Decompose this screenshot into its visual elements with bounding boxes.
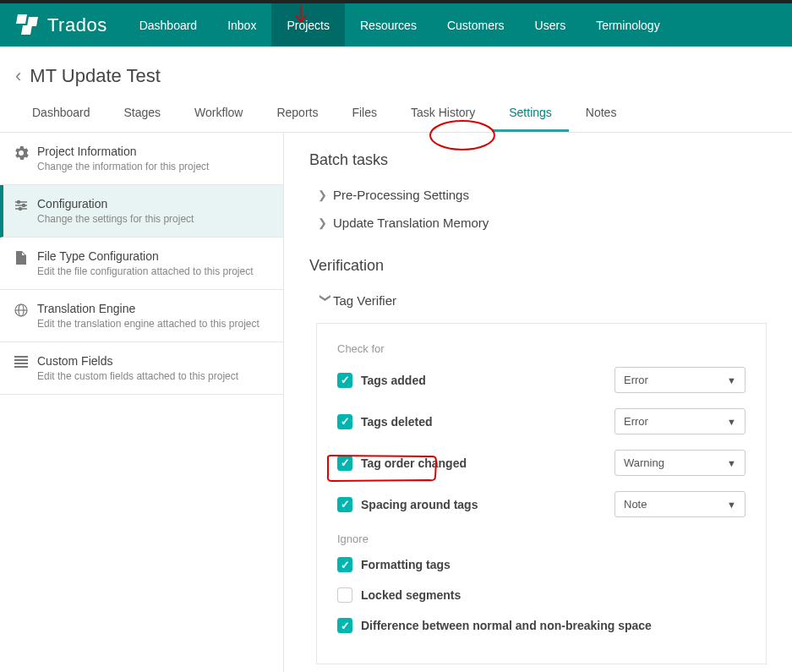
- check-row-formatting-tags: Formatting tags: [337, 557, 746, 572]
- check-row-tag-order-changed: Tag order changedWarning▼: [337, 450, 746, 476]
- checkbox[interactable]: [337, 557, 352, 572]
- sidebar-item-desc: Edit the file configuration attached to …: [37, 265, 254, 277]
- tab-workflow[interactable]: Workflow: [178, 96, 259, 132]
- svg-rect-12: [14, 359, 28, 361]
- list-icon: [12, 354, 30, 382]
- check-row-tags-added: Tags addedError▼: [337, 367, 746, 393]
- brand-logo: Trados: [0, 14, 124, 36]
- nav-terminology[interactable]: Terminology: [581, 3, 675, 46]
- sidebar-item-desc: Edit the translation engine attached to …: [37, 318, 259, 330]
- sidebar-item-configuration[interactable]: ConfigurationChange the settings for thi…: [0, 185, 283, 238]
- tab-settings[interactable]: Settings: [492, 96, 569, 132]
- caret-down-icon: ▼: [727, 458, 736, 468]
- svg-rect-13: [14, 363, 28, 364]
- sidebar-item-title: Translation Engine: [37, 302, 259, 315]
- check-row-difference-between-normal-and-non-breaking-space: Difference between normal and non-breaki…: [337, 618, 746, 633]
- severity-select[interactable]: Warning▼: [614, 450, 746, 476]
- severity-select[interactable]: Error▼: [614, 367, 746, 393]
- caret-down-icon: ▼: [727, 375, 736, 385]
- caret-down-icon: ▼: [727, 500, 736, 510]
- sidebar-item-title: File Type Configuration: [37, 249, 254, 263]
- chevron-down-icon: ❯: [320, 293, 332, 309]
- main-nav: DashboardInboxProjectsResourcesCustomers…: [124, 3, 675, 46]
- checkbox[interactable]: [337, 497, 352, 512]
- tag-verifier-panel: Check for Tags addedError▼Tags deletedEr…: [316, 323, 767, 664]
- verification-heading: Verification: [309, 257, 767, 275]
- check-for-label: Check for: [337, 342, 746, 355]
- checkbox-label: Tags deleted: [361, 415, 433, 429]
- checkbox[interactable]: [337, 587, 352, 603]
- tab-reports[interactable]: Reports: [259, 96, 335, 132]
- checkbox-label: Tags added: [361, 374, 426, 387]
- checkbox-label: Tag order changed: [361, 456, 467, 470]
- expander-tag-verifier[interactable]: ❯Tag Verifier: [309, 287, 767, 314]
- back-button[interactable]: ‹: [15, 65, 21, 87]
- sidebar-item-title: Project Information: [37, 145, 209, 158]
- globe-icon: [12, 302, 30, 330]
- nav-resources[interactable]: Resources: [345, 3, 432, 46]
- brand-icon: [17, 14, 39, 36]
- brand-name: Trados: [47, 14, 107, 36]
- svg-point-7: [19, 208, 22, 210]
- tab-dashboard[interactable]: Dashboard: [15, 96, 107, 132]
- sidebar-item-title: Custom Fields: [37, 354, 238, 368]
- caret-down-icon: ▼: [727, 417, 736, 427]
- nav-customers[interactable]: Customers: [432, 3, 520, 46]
- tab-notes[interactable]: Notes: [569, 96, 634, 132]
- sidebar-item-file-type-configuration[interactable]: File Type ConfigurationEdit the file con…: [0, 238, 283, 290]
- settings-main: Batch tasks ❯Pre-Processing Settings❯Upd…: [284, 133, 792, 672]
- nav-inbox[interactable]: Inbox: [212, 3, 271, 46]
- checkbox-label: Difference between normal and non-breaki…: [361, 619, 652, 632]
- tab-stages[interactable]: Stages: [107, 96, 178, 132]
- settings-sidebar: Project InformationChange the informatio…: [0, 133, 284, 672]
- tab-task-history[interactable]: Task History: [394, 96, 492, 132]
- chevron-right-icon: ❯: [318, 216, 333, 229]
- sidebar-item-desc: Change the information for this project: [37, 161, 209, 172]
- expander-pre-processing-settings[interactable]: ❯Pre-Processing Settings: [309, 181, 767, 209]
- sliders-icon: [12, 197, 30, 225]
- nav-dashboard[interactable]: Dashboard: [124, 3, 213, 46]
- check-row-tags-deleted: Tags deletedError▼: [337, 408, 746, 434]
- checkbox[interactable]: [337, 414, 352, 429]
- sidebar-item-title: Configuration: [37, 197, 194, 210]
- sidebar-item-project-information[interactable]: Project InformationChange the informatio…: [0, 133, 283, 185]
- checkbox-label: Formatting tags: [361, 558, 451, 571]
- sidebar-item-translation-engine[interactable]: Translation EngineEdit the translation e…: [0, 290, 283, 342]
- ignore-label: Ignore: [337, 533, 746, 545]
- file-icon: [12, 249, 30, 277]
- batch-tasks-heading: Batch tasks: [309, 151, 767, 169]
- sidebar-item-desc: Edit the custom fields attached to this …: [37, 370, 238, 382]
- svg-point-6: [23, 205, 25, 207]
- checkbox[interactable]: [337, 373, 352, 388]
- tab-files[interactable]: Files: [335, 96, 394, 132]
- checkbox[interactable]: [337, 618, 352, 633]
- checkbox-label: Locked segments: [361, 588, 461, 602]
- svg-rect-11: [14, 356, 28, 358]
- sidebar-item-custom-fields[interactable]: Custom FieldsEdit the custom fields atta…: [0, 342, 283, 395]
- expander-update-translation-memory[interactable]: ❯Update Translation Memory: [309, 209, 767, 237]
- severity-select[interactable]: Note▼: [614, 491, 746, 517]
- chevron-right-icon: ❯: [318, 188, 333, 201]
- gear-icon: [12, 145, 30, 172]
- nav-users[interactable]: Users: [520, 3, 582, 46]
- project-tabs: DashboardStagesWorkflowReportsFilesTask …: [0, 96, 792, 133]
- sidebar-item-desc: Change the settings for this project: [37, 213, 194, 225]
- svg-rect-14: [14, 366, 28, 368]
- svg-point-5: [18, 201, 20, 204]
- check-row-spacing-around-tags: Spacing around tagsNote▼: [337, 491, 746, 517]
- checkbox-label: Spacing around tags: [361, 498, 478, 511]
- severity-select[interactable]: Error▼: [614, 408, 746, 434]
- nav-projects[interactable]: Projects: [271, 3, 345, 46]
- checkbox[interactable]: [337, 456, 352, 471]
- page-title: MT Update Test: [30, 65, 160, 87]
- breadcrumb: ‹ MT Update Test: [0, 46, 792, 96]
- content-body: Project InformationChange the informatio…: [0, 133, 792, 672]
- check-row-locked-segments: Locked segments: [337, 587, 746, 603]
- top-nav-bar: Trados DashboardInboxProjectsResourcesCu…: [0, 0, 792, 46]
